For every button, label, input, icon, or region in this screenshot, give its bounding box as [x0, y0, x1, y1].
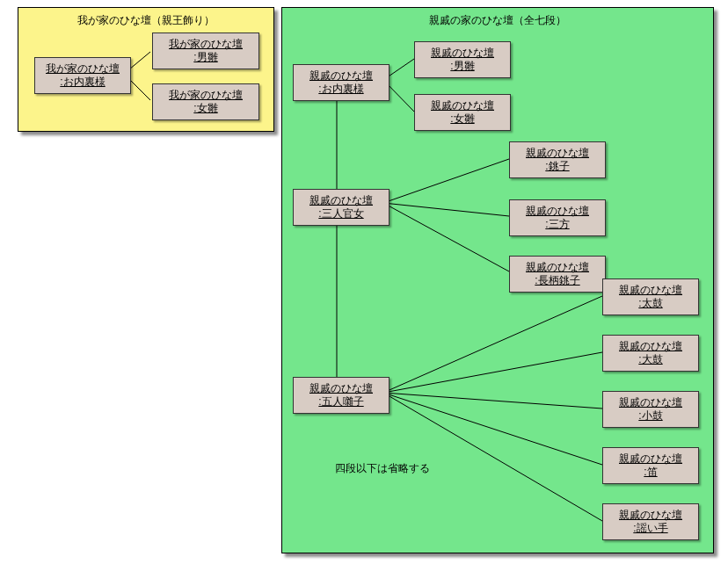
svg-line-12 [383, 393, 602, 465]
node-label: 親戚のひな壇 [619, 396, 682, 409]
node-label: :笛 [644, 466, 657, 479]
node-label: :女雛 [450, 112, 474, 126]
node-label: 親戚のひな壇 [309, 382, 373, 395]
node-label: :長柄銚子 [535, 274, 579, 287]
node-label: 我が家のひな壇 [46, 62, 120, 76]
node-label: 親戚のひな壇 [619, 284, 682, 297]
node-label: :三人官女 [318, 207, 363, 221]
node-rel-fue[interactable]: 親戚のひな壇 :笛 [602, 447, 699, 484]
node-label: 親戚のひな壇 [619, 452, 682, 466]
node-rel-male[interactable]: 親戚のひな壇 :男雛 [414, 41, 511, 78]
node-myhome-male[interactable]: 我が家のひな壇 :男雛 [152, 33, 259, 69]
svg-line-11 [383, 393, 602, 409]
node-label: 親戚のひな壇 [526, 261, 589, 274]
node-rel-kotsu[interactable]: 親戚のひな壇 :小鼓 [602, 391, 699, 428]
container-relative-home: 親戚の家のひな壇（全七段） [281, 7, 714, 553]
node-rel-utaite[interactable]: 親戚のひな壇 :謡い手 [602, 503, 699, 540]
node-label: :銚子 [545, 160, 569, 173]
node-label: :男雛 [193, 51, 217, 64]
node-rel-choshi[interactable]: 親戚のひな壇 :銚子 [509, 141, 606, 178]
node-label: :三方 [545, 218, 569, 231]
container-my-home: 我が家のひな壇（親王飾り） 我が家のひな壇 :お内裏様 我が家のひな壇 :男雛 … [18, 7, 274, 132]
note-omitted: 四段以下は省略する [335, 461, 430, 476]
node-myhome-odairi[interactable]: 我が家のひな壇 :お内裏様 [34, 57, 131, 94]
node-label: :小鼓 [638, 409, 662, 423]
node-myhome-female[interactable]: 我が家のひな壇 :女雛 [152, 83, 259, 120]
node-rel-female[interactable]: 親戚のひな壇 :女雛 [414, 94, 511, 131]
node-label: :大鼓 [638, 353, 662, 366]
node-label: 親戚のひな壇 [431, 99, 494, 112]
node-label: :謡い手 [633, 522, 667, 535]
node-label: 我が家のひな壇 [169, 89, 243, 102]
node-label: :太鼓 [638, 297, 662, 310]
node-rel-taiko[interactable]: 親戚のひな壇 :太鼓 [602, 278, 699, 315]
node-label: 親戚のひな壇 [619, 509, 682, 522]
node-label: :お内裏様 [60, 76, 105, 89]
node-label: 親戚のひな壇 [526, 147, 589, 160]
node-rel-gonin[interactable]: 親戚のひな壇 :五人囃子 [293, 377, 389, 414]
svg-line-6 [383, 203, 509, 216]
node-label: :女雛 [193, 102, 217, 115]
node-label: 我が家のひな壇 [169, 38, 243, 51]
svg-line-5 [383, 159, 509, 203]
node-label: 親戚のひな壇 [431, 47, 494, 60]
svg-line-7 [383, 203, 509, 271]
node-label: 親戚のひな壇 [526, 205, 589, 218]
svg-line-13 [383, 393, 602, 521]
node-label: 親戚のひな壇 [309, 194, 373, 207]
node-rel-nagae[interactable]: 親戚のひな壇 :長柄銚子 [509, 256, 606, 293]
node-label: :男雛 [450, 60, 474, 73]
node-label: 親戚のひな壇 [619, 340, 682, 353]
diagram-stage: 我が家のひな壇（親王飾り） 我が家のひな壇 :お内裏様 我が家のひな壇 :男雛 … [0, 0, 728, 564]
node-rel-odaiko[interactable]: 親戚のひな壇 :大鼓 [602, 335, 699, 372]
node-rel-sannin[interactable]: 親戚のひな壇 :三人官女 [293, 189, 389, 226]
node-label: :五人囃子 [318, 395, 363, 409]
svg-line-10 [383, 352, 602, 393]
node-rel-sanpo[interactable]: 親戚のひな壇 :三方 [509, 199, 606, 236]
svg-line-9 [383, 296, 602, 393]
node-rel-odairi[interactable]: 親戚のひな壇 :お内裏様 [293, 64, 389, 101]
node-label: 親戚のひな壇 [309, 69, 373, 83]
node-label: :お内裏様 [318, 83, 363, 96]
